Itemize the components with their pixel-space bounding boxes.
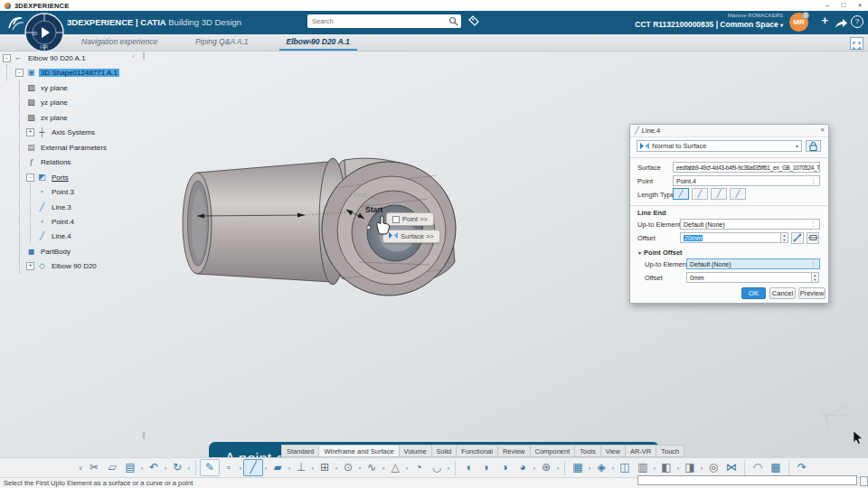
po-upto-element-field[interactable]: Default (None) ⋮ xyxy=(686,258,820,269)
circle-icon[interactable]: ⊙ xyxy=(339,459,357,476)
ribbon-tab-review[interactable]: Review xyxy=(497,445,531,457)
doc-tab-1[interactable]: Piping Q&A A.1 xyxy=(188,34,255,49)
tree-label[interactable]: Elbow 90 D20 xyxy=(50,262,99,270)
new-tab-button[interactable]: + xyxy=(307,37,313,47)
expand-viewport-button[interactable] xyxy=(850,37,863,50)
point-offset-header[interactable]: ▼ Point Offset xyxy=(637,249,683,257)
lock-button[interactable] xyxy=(806,140,821,152)
toolbar-overflow-icon[interactable]: ∨ xyxy=(76,459,85,476)
ribbon-tab-functional[interactable]: Functional xyxy=(456,445,498,457)
swept-surface-icon[interactable]: ◗ xyxy=(477,459,495,476)
dialog-close-icon[interactable]: × xyxy=(820,126,825,134)
tree-label[interactable]: yz plane xyxy=(39,99,70,107)
tree-row[interactable]: +◇Elbow 90 D20 xyxy=(26,259,99,272)
dropdown-caret-icon[interactable]: ▾ xyxy=(555,465,561,471)
tree-label[interactable]: xy plane xyxy=(39,84,70,92)
point-icon[interactable]: ▫ xyxy=(220,459,238,476)
splitter-handle-bottom[interactable]: ∥ xyxy=(142,431,146,439)
dropdown-caret-icon[interactable]: ▾ xyxy=(446,465,451,471)
compass-icon[interactable]: 3D V+R xyxy=(24,12,65,53)
tree-row[interactable]: ╱Line.4 xyxy=(37,230,73,242)
dialog-titlebar[interactable]: ╱ Line.4 × xyxy=(630,125,828,137)
tree-expander-icon[interactable]: + xyxy=(26,128,34,136)
add-content-button[interactable]: + xyxy=(821,14,828,27)
tree-label[interactable]: Relations xyxy=(39,158,72,166)
ribbon-tab-tools[interactable]: Tools xyxy=(574,445,601,457)
offset-field[interactable]: 20mm xyxy=(680,232,781,243)
curve-analysis-icon[interactable]: ◠ xyxy=(749,459,767,476)
revolve-icon[interactable]: ◔ xyxy=(410,459,428,476)
tree-row[interactable]: ◼PartBody xyxy=(26,245,72,258)
share-icon[interactable] xyxy=(835,17,848,29)
doc-tab-0[interactable]: Navigation experience xyxy=(74,34,165,49)
sphere-icon[interactable]: ⊛ xyxy=(537,459,555,476)
split-xn-icon[interactable]: ◫ xyxy=(616,459,634,476)
close-button[interactable]: × xyxy=(852,0,868,11)
tree-row[interactable]: -◩Ports xyxy=(26,171,71,183)
line-icon[interactable]: ╱ xyxy=(243,459,263,476)
preview-button[interactable]: Preview xyxy=(798,287,826,299)
ribbon-tab-touch[interactable]: Touch xyxy=(656,445,684,457)
maximize-button[interactable]: □ xyxy=(835,0,852,11)
point-field[interactable]: Point.4 ⋮ xyxy=(673,175,820,186)
tree-row[interactable]: ▨zx plane xyxy=(26,111,70,124)
sketch-icon[interactable]: ✎ xyxy=(200,459,220,476)
infinite-icon[interactable]: ╱ xyxy=(711,188,727,200)
paste-icon[interactable]: ▤ xyxy=(121,459,139,476)
axis-system-icon[interactable]: ⊥ xyxy=(292,459,310,476)
tree-expander-icon[interactable]: - xyxy=(3,54,11,62)
length-icon[interactable]: ╱ xyxy=(673,188,689,200)
tree-expander-icon[interactable]: - xyxy=(15,69,24,77)
command-options-icon[interactable] xyxy=(860,476,868,486)
cut-icon[interactable]: ✂ xyxy=(85,459,103,476)
multi-output-icon[interactable]: ▥ xyxy=(634,459,652,476)
dropdown-caret-icon[interactable]: ▾ xyxy=(186,465,192,471)
tree-label[interactable]: 3D Shape01248771 A.1 xyxy=(39,69,119,77)
help-icon[interactable]: ? xyxy=(851,15,863,28)
infinite-end-point-icon[interactable]: ╱ xyxy=(730,188,746,200)
ribbon-tab-wireframe-and-surface[interactable]: Wireframe and Surface xyxy=(318,445,399,457)
offset-spinner[interactable]: ▴ ▾ xyxy=(780,232,788,243)
tree-expander-icon[interactable]: + xyxy=(26,262,34,270)
grid-icon[interactable]: ⊞ xyxy=(316,459,334,476)
search-box[interactable] xyxy=(307,14,461,28)
spin-down-icon[interactable]: ▾ xyxy=(781,238,788,242)
workspace-selector[interactable]: CCT R1132100000835 | Common Space ▾ xyxy=(635,20,783,30)
surface-context-button[interactable]: Surface >> xyxy=(382,230,440,243)
field-menu-icon[interactable]: ⋮ xyxy=(810,221,816,228)
tree-label[interactable]: Ports xyxy=(50,174,71,182)
infinite-start-point-icon[interactable]: ╱ xyxy=(692,188,708,200)
extrude-icon[interactable]: △ xyxy=(386,459,404,476)
spin-down-icon[interactable]: ▾ xyxy=(812,277,818,282)
offset-surface-icon[interactable]: ◑ xyxy=(495,459,514,476)
tree-row[interactable]: ▤External Parameters xyxy=(26,141,108,154)
ribbon-tab-view[interactable]: View xyxy=(600,445,626,457)
line-type-select[interactable]: Normal to Surface ▾ xyxy=(637,140,802,152)
sweep-icon[interactable]: ◡ xyxy=(428,459,446,476)
upto-element-field[interactable]: Default (None) ⋮ xyxy=(680,219,820,230)
tree-row[interactable]: ▫Point.3 xyxy=(37,185,76,198)
tree-row[interactable]: ƒRelations xyxy=(26,155,72,168)
tree-row[interactable]: ▨yz plane xyxy=(26,96,70,108)
point-context-button[interactable]: Point >> xyxy=(386,212,434,226)
tree-row[interactable]: ╱Line.3 xyxy=(37,201,73,213)
po-offset-field[interactable]: 0mm xyxy=(686,272,812,283)
tree-expander-icon[interactable]: - xyxy=(26,174,34,182)
fill-icon[interactable]: ◖ xyxy=(459,459,477,476)
pattern-icon[interactable]: ▦ xyxy=(569,459,587,476)
avatar[interactable]: MR xyxy=(789,13,808,32)
blend-icon[interactable]: ◕ xyxy=(514,459,532,476)
tree-label[interactable]: Line.4 xyxy=(50,232,73,240)
plane-icon[interactable]: ▰ xyxy=(269,459,287,476)
undo-icon[interactable]: ↶ xyxy=(145,459,163,476)
tree-label[interactable]: External Parameters xyxy=(39,144,108,152)
ribbon-tab-volume[interactable]: Volume xyxy=(399,445,432,457)
po-offset-spinner[interactable]: ▴ ▾ xyxy=(811,272,819,283)
cancel-button[interactable]: Cancel xyxy=(769,287,796,299)
insert-curve-icon[interactable]: ↷ xyxy=(793,459,811,476)
copy-icon[interactable]: ▱ xyxy=(103,459,121,476)
surface-field[interactable]: eedfabb9-49cf-4d43-b4f9-9c36a635ff61_en_… xyxy=(673,162,820,173)
tree-label[interactable]: Axis Systems xyxy=(50,128,97,136)
command-input[interactable] xyxy=(637,475,857,485)
shape-morph-icon[interactable]: ◈ xyxy=(592,459,610,476)
